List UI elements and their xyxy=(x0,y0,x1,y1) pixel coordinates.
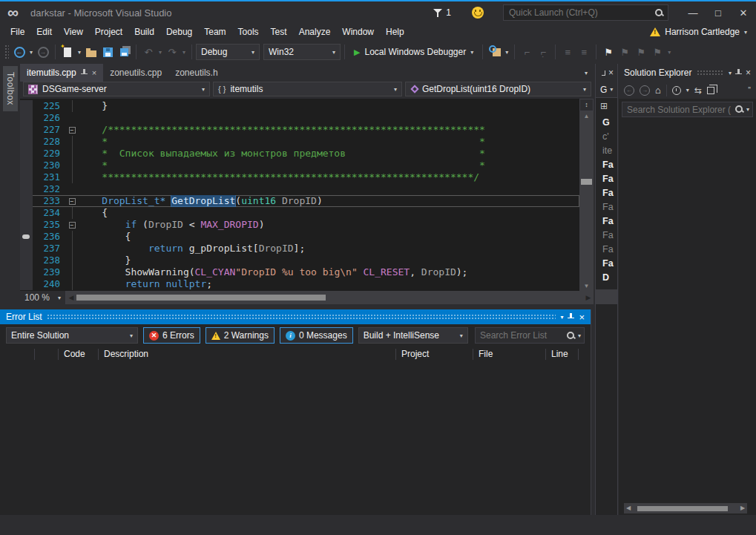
close-icon[interactable]: × xyxy=(746,68,751,78)
menu-item-debug[interactable]: Debug xyxy=(160,24,198,39)
attach-to-process-button[interactable] xyxy=(487,43,503,61)
quick-launch-box[interactable] xyxy=(503,4,668,21)
menu-item-test[interactable]: Test xyxy=(265,24,293,39)
step-into-button[interactable]: ⌐̣ xyxy=(535,43,551,61)
code-line-238[interactable]: 238 } xyxy=(20,255,579,266)
menu-item-edit[interactable]: Edit xyxy=(30,24,58,39)
editor-horizontal-scrollbar[interactable]: ◀ ▶ xyxy=(66,291,594,304)
increase-indent-button[interactable]: ≡ xyxy=(576,43,592,61)
code-line-233[interactable]: 233− DropList_t* GetDropList(uint16 Drop… xyxy=(20,195,579,207)
window-position-dropdown[interactable]: ▾ xyxy=(560,314,563,321)
nav-member-dropdown[interactable]: GetDropList(uint16 DropID) ▾ xyxy=(405,82,591,96)
scroll-down-arrow[interactable]: ▼ xyxy=(579,283,594,289)
save-all-button[interactable] xyxy=(116,43,132,61)
scrollbar-thumb[interactable] xyxy=(637,506,728,511)
previous-bookmark-button[interactable]: ⚑ xyxy=(617,43,633,61)
strip-item[interactable]: G xyxy=(596,116,617,130)
strip-item[interactable]: Fa xyxy=(596,200,617,214)
scroll-left-arrow[interactable]: ◀ xyxy=(624,503,633,513)
code-line-239[interactable]: 239 ShowWarning(CL_CYAN"DropID %u too bi… xyxy=(20,266,579,278)
strip-item[interactable]: Fa xyxy=(596,257,617,271)
quick-launch-input[interactable] xyxy=(507,7,654,19)
code-line-228[interactable]: 228 * * xyxy=(20,136,579,148)
close-icon[interactable]: × xyxy=(92,68,96,77)
menu-item-analyze[interactable]: Analyze xyxy=(293,24,337,39)
configuration-dropdown[interactable]: Debug▾ xyxy=(196,44,260,60)
column-header-project[interactable]: Project xyxy=(395,349,473,360)
pin-icon[interactable] xyxy=(81,69,88,77)
code-line-229[interactable]: 229 * Список выпадаемых из монстров пред… xyxy=(20,148,579,160)
strip-item[interactable]: Fa xyxy=(596,186,617,200)
search-options-dropdown[interactable]: ▾ xyxy=(746,106,749,113)
undo-dropdown[interactable]: ▾ xyxy=(157,49,164,56)
collapse-all-icon[interactable] xyxy=(707,87,714,94)
forward-button[interactable]: → xyxy=(640,85,650,96)
errors-filter-button[interactable]: 6 Errors xyxy=(143,327,200,344)
strip-item[interactable]: Fa xyxy=(596,158,617,172)
toolbar-grip[interactable] xyxy=(4,45,9,59)
code-line-235[interactable]: 235− if (DropID < MAX_DROPID) xyxy=(20,219,579,231)
menu-item-project[interactable]: Project xyxy=(89,24,128,39)
start-debugging-button[interactable]: ▶ Local Windows Debugger ▾ xyxy=(349,43,479,61)
minimize-button[interactable]: — xyxy=(680,3,706,22)
strip-item[interactable]: Fa xyxy=(596,214,617,229)
solution-explorer-horizontal-scrollbar[interactable]: ◀ ▶ xyxy=(624,503,747,513)
document-tab-zoneutils.h[interactable]: zoneutils.h xyxy=(168,64,224,82)
menu-item-team[interactable]: Team xyxy=(198,24,231,39)
next-bookmark-button[interactable]: ⚑ xyxy=(633,43,649,61)
home-icon[interactable]: ⌂ xyxy=(655,85,661,96)
strip-item[interactable]: ite xyxy=(596,144,617,158)
drag-grip[interactable] xyxy=(697,70,723,76)
new-project-button[interactable] xyxy=(59,43,76,61)
code-editor[interactable]: 225 }226227− /**************************… xyxy=(20,99,594,291)
strip-item[interactable]: Fa xyxy=(596,243,617,257)
scroll-right-arrow[interactable]: ▶ xyxy=(583,291,594,304)
fold-collapse-icon[interactable]: − xyxy=(69,198,76,205)
feedback-smiley-icon[interactable] xyxy=(472,7,484,19)
fold-collapse-icon[interactable]: − xyxy=(69,127,76,134)
notifications-button[interactable]: 1 xyxy=(433,7,451,18)
window-position-dropdown[interactable]: ▾ xyxy=(729,70,732,76)
navigate-backward-button[interactable]: ← xyxy=(11,43,27,61)
code-line-227[interactable]: 227− /**********************************… xyxy=(20,124,579,136)
strip-item[interactable]: c' xyxy=(596,130,617,144)
clear-bookmarks-button[interactable]: ⚑ xyxy=(649,43,665,61)
strip-dropdown[interactable]: G ▾ xyxy=(596,82,617,98)
close-icon[interactable]: × xyxy=(608,68,614,78)
warnings-filter-button[interactable]: 2 Warnings xyxy=(206,327,275,344)
menu-item-help[interactable]: Help xyxy=(380,24,410,39)
error-list-title-bar[interactable]: Error List ▾ × xyxy=(0,309,591,324)
menu-item-file[interactable]: File xyxy=(4,24,30,39)
code-line-234[interactable]: 234 { xyxy=(20,207,579,219)
scope-dropdown[interactable]: Entire Solution▾ xyxy=(6,327,138,344)
splitter-handle[interactable]: ↕ xyxy=(579,99,594,111)
navigate-back-dropdown[interactable]: ▾ xyxy=(27,49,35,56)
filter-dropdown[interactable]: ▾ xyxy=(686,87,689,93)
close-icon[interactable]: × xyxy=(579,312,585,323)
error-list-search-box[interactable]: ▾ xyxy=(475,327,585,344)
menu-item-window[interactable]: Window xyxy=(336,24,380,39)
close-button[interactable]: ✕ xyxy=(731,3,756,22)
maximize-button[interactable]: □ xyxy=(706,3,731,22)
error-search-input[interactable] xyxy=(479,329,564,341)
platform-dropdown[interactable]: Win32▾ xyxy=(263,44,341,60)
pending-changes-filter-icon[interactable] xyxy=(672,86,681,95)
save-button[interactable] xyxy=(99,43,116,61)
menu-item-build[interactable]: Build xyxy=(128,24,160,39)
zoom-level-dropdown[interactable]: 100 %▾ xyxy=(20,291,66,304)
code-line-240[interactable]: 240 return nullptr; xyxy=(20,278,579,290)
pin-icon[interactable] xyxy=(735,69,742,77)
toolbar-overflow[interactable]: '' xyxy=(748,86,751,94)
document-tab-itemutils.cpp[interactable]: itemutils.cpp× xyxy=(20,64,103,82)
toolbox-tab[interactable]: Toolbox xyxy=(3,66,18,111)
bookmark-dropdown[interactable]: ▾ xyxy=(665,49,673,56)
messages-filter-button[interactable]: 0 Messages xyxy=(280,327,353,344)
open-file-button[interactable] xyxy=(83,43,99,61)
solution-explorer-header[interactable]: Solution Explorer ▾ × xyxy=(619,64,756,82)
decrease-indent-button[interactable]: ≡ xyxy=(559,43,576,61)
step-over-button[interactable]: ⌐ xyxy=(519,43,535,61)
strip-item[interactable]: D xyxy=(596,271,617,285)
column-header-line[interactable]: Line xyxy=(545,349,578,360)
code-line-225[interactable]: 225 } xyxy=(20,100,579,112)
column-header-code[interactable]: Code xyxy=(58,349,98,360)
